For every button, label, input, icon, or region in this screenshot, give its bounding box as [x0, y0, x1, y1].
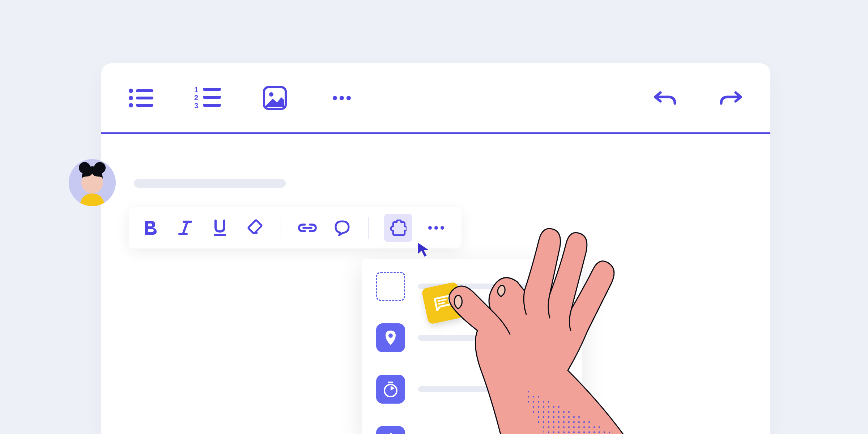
redo-icon	[719, 90, 742, 106]
svg-rect-9	[203, 88, 221, 91]
svg-point-20	[94, 162, 106, 174]
svg-rect-11	[203, 104, 221, 107]
text-block-icon	[432, 293, 453, 312]
undo-button[interactable]	[651, 84, 680, 112]
image-button[interactable]	[260, 84, 289, 112]
svg-text:2: 2	[194, 94, 198, 102]
svg-point-19	[79, 162, 90, 174]
separator	[281, 217, 281, 239]
placeholder-line	[418, 386, 568, 392]
comment-icon	[334, 220, 350, 236]
route-icon	[376, 426, 405, 434]
extension-dropdown	[362, 259, 582, 434]
italic-icon	[178, 220, 192, 236]
svg-rect-10	[203, 96, 221, 99]
numbered-list-button[interactable]: 123	[193, 84, 222, 112]
cursor-pointer-icon	[416, 241, 435, 260]
more-button[interactable]	[425, 217, 447, 239]
drop-target-icon	[376, 272, 405, 301]
more-button[interactable]	[327, 84, 356, 112]
comment-button[interactable]	[331, 217, 353, 239]
dragged-tile[interactable]	[421, 282, 464, 325]
undo-icon	[654, 90, 677, 106]
bold-icon	[144, 220, 157, 236]
svg-point-28	[388, 333, 393, 338]
svg-rect-3	[136, 89, 153, 92]
underline-icon	[213, 219, 227, 237]
location-pin-icon	[376, 323, 405, 352]
svg-text:1: 1	[194, 86, 198, 94]
svg-point-15	[340, 96, 344, 100]
svg-point-13	[269, 92, 273, 97]
separator	[368, 217, 369, 239]
svg-line-32	[439, 303, 444, 304]
underline-button[interactable]	[209, 217, 231, 239]
svg-point-26	[434, 226, 438, 230]
svg-point-14	[333, 96, 337, 100]
numbered-list-icon: 123	[194, 86, 222, 110]
extension-icon	[390, 220, 407, 236]
avatar-illustration	[69, 159, 116, 206]
svg-text:3: 3	[194, 102, 198, 110]
bullet-list-button[interactable]	[127, 84, 156, 112]
clear-format-button[interactable]	[244, 217, 265, 239]
bold-button[interactable]	[140, 217, 161, 239]
text-placeholder[interactable]	[134, 179, 286, 188]
stopwatch-icon	[376, 375, 405, 404]
svg-line-31	[438, 299, 446, 301]
svg-point-25	[428, 226, 432, 230]
more-icon	[333, 96, 351, 100]
main-toolbar: 123	[101, 63, 770, 134]
dropdown-item-location[interactable]	[376, 323, 568, 352]
more-icon	[428, 226, 444, 230]
link-icon	[298, 222, 317, 233]
dropdown-item-drop-target[interactable]	[376, 272, 568, 301]
svg-point-1	[129, 96, 133, 100]
svg-rect-4	[136, 97, 153, 99]
svg-point-0	[129, 89, 133, 93]
bullet-list-icon	[128, 87, 154, 109]
svg-rect-5	[136, 104, 153, 107]
image-icon	[263, 86, 287, 110]
redo-button[interactable]	[716, 84, 745, 112]
svg-line-22	[183, 222, 187, 234]
placeholder-line	[418, 335, 568, 341]
dropdown-item-route[interactable]	[376, 426, 568, 434]
floating-toolbar	[129, 207, 461, 248]
link-button[interactable]	[297, 217, 318, 239]
dropdown-item-stopwatch[interactable]	[376, 375, 568, 404]
svg-point-27	[441, 226, 444, 230]
extension-button[interactable]	[384, 214, 412, 242]
user-avatar[interactable]	[69, 159, 116, 206]
italic-button[interactable]	[174, 217, 196, 239]
svg-point-16	[346, 96, 351, 100]
svg-rect-29	[388, 382, 393, 383]
clear-format-icon	[246, 219, 263, 237]
svg-point-2	[129, 103, 133, 107]
